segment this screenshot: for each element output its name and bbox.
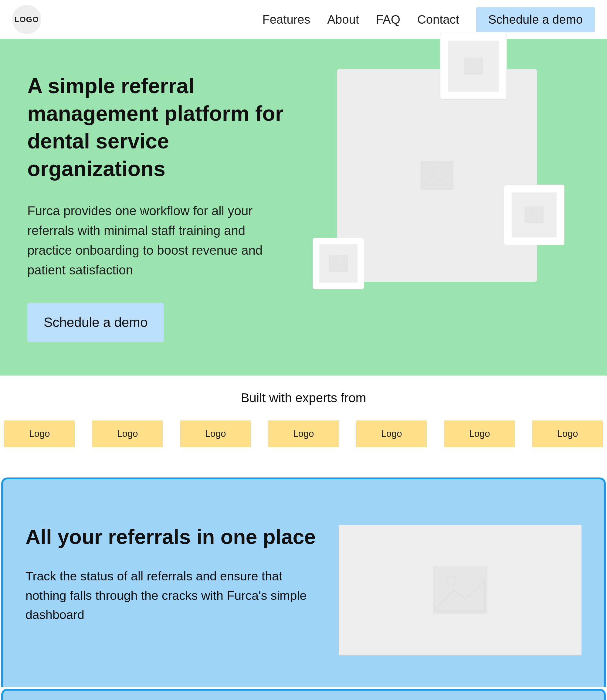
hero-image-small-2	[504, 185, 565, 245]
feature1-description: Track the status of all referrals and en…	[25, 567, 320, 625]
nav-about[interactable]: About	[327, 13, 359, 26]
partner-logo: Logo	[532, 420, 603, 447]
hero-section: A simple referral management platform fo…	[0, 39, 607, 375]
feature1-title: All your referrals in one place	[25, 525, 320, 549]
hero-image-main	[337, 69, 537, 282]
header: LOGO Features About FAQ Contact Schedule…	[0, 0, 607, 39]
partner-logo-row: Logo Logo Logo Logo Logo Logo Logo	[0, 420, 607, 447]
hero-schedule-demo-button[interactable]: Schedule a demo	[27, 303, 164, 342]
experts-section: Built with experts from Logo Logo Logo L…	[0, 375, 607, 459]
svg-rect-4	[525, 206, 544, 223]
image-placeholder-icon	[463, 56, 484, 77]
hero-title: A simple referral management platform fo…	[27, 72, 294, 183]
svg-rect-0	[421, 161, 454, 190]
hero-image-small-1	[440, 33, 507, 100]
partner-logo: Logo	[268, 420, 339, 447]
hero-image-cluster	[313, 72, 580, 342]
feature-panel-2-peek	[1, 689, 606, 700]
partner-logo: Logo	[180, 420, 251, 447]
partner-logo: Logo	[444, 420, 515, 447]
hero-description: Furca provides one workflow for all your…	[27, 201, 276, 280]
experts-title: Built with experts from	[0, 391, 607, 405]
nav-faq[interactable]: FAQ	[376, 13, 400, 26]
partner-logo: Logo	[356, 420, 427, 447]
feature1-image	[339, 525, 582, 655]
nav-features[interactable]: Features	[262, 13, 310, 26]
image-placeholder-icon	[419, 157, 455, 194]
partner-logo: Logo	[92, 420, 163, 447]
partner-logo: Logo	[4, 420, 75, 447]
image-placeholder-icon	[524, 204, 545, 226]
image-placeholder-icon	[328, 253, 349, 274]
feature-panel-1: All your referrals in one place Track th…	[1, 477, 606, 687]
svg-rect-2	[464, 58, 483, 75]
brand-logo[interactable]: LOGO	[12, 5, 41, 34]
svg-rect-8	[433, 566, 487, 614]
svg-rect-6	[329, 255, 348, 272]
main-nav: Features About FAQ Contact Schedule a de…	[262, 7, 595, 32]
schedule-demo-button[interactable]: Schedule a demo	[476, 7, 595, 32]
hero-image-small-3	[313, 238, 364, 289]
image-placeholder-icon	[430, 560, 490, 620]
nav-contact[interactable]: Contact	[417, 13, 459, 26]
